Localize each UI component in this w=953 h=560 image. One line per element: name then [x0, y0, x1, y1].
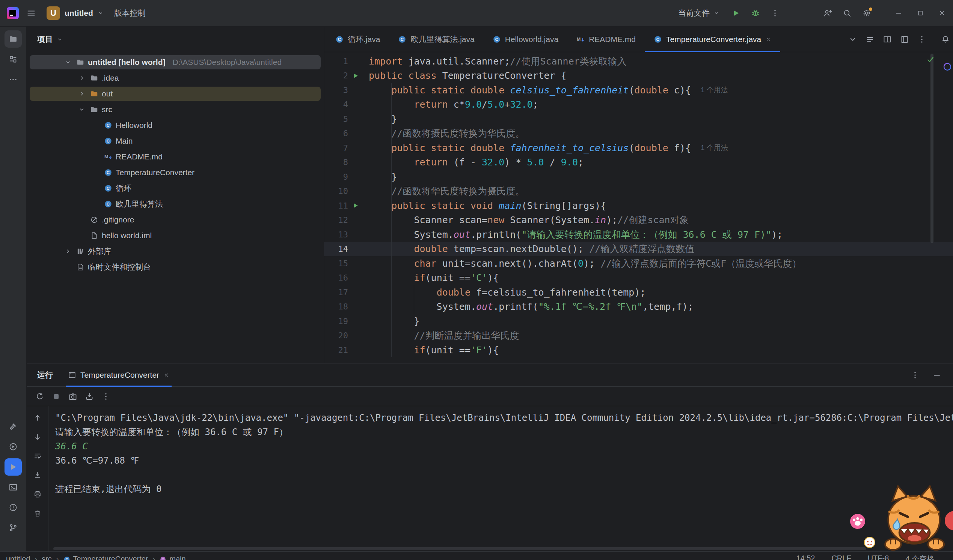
chevron-right-icon[interactable] [79, 75, 85, 81]
build-tool-button[interactable] [5, 418, 22, 435]
code-line[interactable]: 9 } [324, 170, 953, 184]
tab-action-more-v[interactable] [916, 33, 928, 46]
code-line[interactable]: 16 if(unit =='C'){ [324, 271, 953, 285]
run-header-minimize-button[interactable] [930, 369, 943, 382]
tree-item[interactable]: 临时文件和控制台 [26, 259, 324, 275]
tab-action-book[interactable] [898, 33, 911, 46]
code-line[interactable]: 12 Scanner scan=new Scanner(System.in);/… [324, 213, 953, 228]
code-line[interactable]: 4 return c*9.0/5.0+32.0; [324, 97, 953, 112]
ai-assistant-icon[interactable] [942, 62, 952, 72]
code-line[interactable]: 1import java.util.Scanner;//使用Scanner类获取… [324, 54, 953, 69]
run-header-more-v-button[interactable] [909, 369, 922, 382]
console-arrow-up-button[interactable] [31, 411, 44, 424]
tree-item[interactable]: CMain [26, 133, 324, 149]
more-tool-windows-tool-button[interactable] [5, 71, 22, 88]
code-line[interactable]: 19 } [324, 314, 953, 329]
terminal-tool-button[interactable] [5, 479, 22, 496]
run-gutter-icon[interactable] [352, 72, 359, 79]
tab-action-chevron-down[interactable] [846, 33, 859, 46]
console-print-button[interactable] [31, 488, 44, 501]
services-tool-button[interactable] [5, 438, 22, 455]
code-line[interactable]: 10 //函数将华氏度转换为摄氏度。 [324, 184, 953, 199]
minimize-button[interactable] [888, 0, 910, 26]
tab-action-list[interactable] [864, 33, 876, 46]
notifications-bell-icon[interactable] [941, 35, 950, 44]
run-toolbar-more-v-button[interactable] [99, 390, 112, 403]
editor-tab[interactable]: C循环.java [326, 26, 389, 52]
run-button[interactable] [728, 5, 744, 22]
caret-position[interactable]: 14:52 [796, 554, 815, 560]
project-panel-header[interactable]: 项目 [26, 26, 324, 52]
project-widget[interactable]: U untitled [43, 4, 107, 22]
tree-item[interactable]: src [26, 102, 324, 118]
tab-action-split[interactable] [881, 33, 894, 46]
tree-item[interactable]: .idea [26, 70, 324, 86]
console-output[interactable]: "C:\Program Files\Java\jdk-22\bin\java.e… [48, 406, 953, 551]
vcs-widget[interactable]: 版本控制 [114, 8, 146, 19]
tree-item[interactable]: CHelloworld [26, 118, 324, 133]
breadcrumb-item[interactable]: untitled [6, 555, 30, 560]
tree-item[interactable]: C循环 [26, 180, 324, 196]
chevron-down-icon[interactable] [65, 59, 71, 66]
editor-code[interactable]: 1import java.util.Scanner;//使用Scanner类获取… [324, 52, 953, 363]
usage-inlay-hint[interactable]: 1 个用法 [701, 143, 728, 153]
console-arrow-down-button[interactable] [31, 431, 44, 443]
breadcrumb-item[interactable]: mmain [160, 555, 185, 560]
version-control-tool-button[interactable] [5, 519, 22, 536]
console-soft-wrap-button[interactable] [31, 450, 44, 463]
code-line[interactable]: 8 return (f - 32.0) * 5.0 / 9.0; [324, 155, 953, 170]
tree-item[interactable]: .gitignore [26, 212, 324, 228]
editor-tab[interactable]: CHelloworld.java [484, 26, 567, 52]
code-line[interactable]: 14 double temp=scan.nextDouble(); //输入双精… [324, 242, 953, 257]
code-line[interactable]: 6 //函数将摄氏度转换为华氏度。 [324, 127, 953, 141]
code-line[interactable]: 3 public static double celsius_to_fahren… [324, 83, 953, 97]
chevron-down-icon[interactable] [79, 106, 85, 113]
tree-item[interactable]: hello world.iml [26, 228, 324, 243]
tree-item[interactable]: MREADME.md [26, 149, 324, 165]
code-line[interactable]: 21 if(unit =='F'){ [324, 343, 953, 357]
tree-item[interactable]: C欧几里得算法 [26, 196, 324, 212]
chevron-right-icon[interactable] [79, 90, 85, 97]
editor-tab[interactable]: CTemperatureConverter.java [645, 26, 780, 52]
code-line[interactable]: 17 double f=celsius_to_fahrenheit(temp); [324, 285, 953, 300]
usage-inlay-hint[interactable]: 1 个用法 [701, 85, 728, 95]
console-scroll-end-button[interactable] [31, 469, 44, 482]
settings-button[interactable] [858, 5, 875, 22]
tree-item[interactable]: 外部库 [26, 243, 324, 259]
run-configuration-selector[interactable]: 当前文件 [673, 8, 725, 19]
editor-tab[interactable]: C欧几里得算法.java [389, 26, 483, 52]
tree-item[interactable]: out [26, 86, 324, 102]
debug-button[interactable] [747, 5, 764, 22]
run-toolbar-rerun-button[interactable] [33, 390, 46, 403]
project-folder-tool-button[interactable] [5, 30, 22, 48]
main-menu-icon[interactable] [26, 8, 36, 18]
run-gutter-icon[interactable] [352, 202, 359, 209]
run-toolbar-export-button[interactable] [83, 390, 96, 403]
problems-tool-button[interactable] [5, 499, 22, 516]
code-line[interactable]: 20 //判断温度并输出华氏度 [324, 329, 953, 343]
run-toolbar-stop-button[interactable] [50, 390, 63, 403]
run-toolbar-camera-button[interactable] [67, 390, 79, 403]
close-icon[interactable] [765, 36, 771, 42]
code-with-me-button[interactable] [820, 5, 836, 22]
search-everywhere-button[interactable] [839, 5, 855, 22]
console-trash-button[interactable] [31, 507, 44, 520]
code-line[interactable]: 11 public static void main(String[]args)… [324, 198, 953, 213]
code-line[interactable]: 2public class TemperatureConverter { [324, 69, 953, 83]
chevron-right-icon[interactable] [65, 248, 71, 255]
code-line[interactable]: 5 } [324, 112, 953, 127]
horizontal-scrollbar[interactable] [53, 547, 866, 550]
tree-item[interactable]: untitled [hello world]D:\ASUS\Desktop\Ja… [26, 54, 324, 70]
inspections-ok-icon[interactable] [926, 55, 935, 64]
breadcrumb-item[interactable]: CTemperatureConverter [64, 555, 148, 560]
run-tab[interactable]: TemperatureConverter [66, 364, 172, 386]
more-run-actions-button[interactable] [767, 5, 783, 22]
tree-item[interactable]: CTemperatureConverter [26, 165, 324, 180]
close-button[interactable] [931, 0, 953, 26]
code-line[interactable]: 15 char unit=scan.next().charAt(0); //输入… [324, 256, 953, 271]
vertical-scrollbar[interactable] [930, 54, 933, 243]
maximize-button[interactable] [910, 0, 931, 26]
run-tool-button[interactable] [5, 458, 22, 476]
code-line[interactable]: 7 public static double fahrenheit_to_cel… [324, 141, 953, 155]
structure-tool-button[interactable] [5, 51, 22, 68]
